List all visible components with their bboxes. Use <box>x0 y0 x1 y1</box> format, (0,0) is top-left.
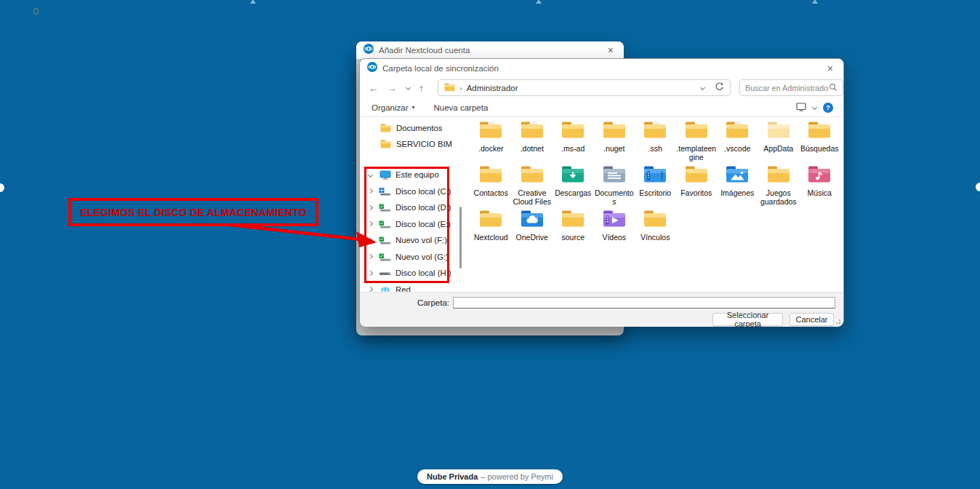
file-item[interactable]: Favoritos <box>676 164 718 209</box>
navigation-bar: ← → ↑ › Administrador <box>360 77 843 98</box>
sidebar-quick-item[interactable]: SERVICIO BIM <box>360 136 469 152</box>
file-item[interactable]: .ssh <box>635 120 676 164</box>
sidebar-quick-item[interactable]: Documentos <box>360 120 469 136</box>
search-box[interactable] <box>739 79 843 96</box>
sidebar-scrollbar[interactable] <box>459 207 462 269</box>
folder-field-label: Carpeta: <box>360 298 449 307</box>
file-item[interactable]: Descargas <box>553 164 594 209</box>
resize-grip[interactable] <box>839 322 840 324</box>
file-item[interactable]: source <box>553 209 594 253</box>
file-item[interactable]: .nuget <box>594 120 635 164</box>
breadcrumb-location[interactable]: Administrador <box>467 84 518 92</box>
file-item[interactable]: Vínculos <box>635 209 676 253</box>
address-dropdown-chevron-icon[interactable] <box>700 85 705 90</box>
file-item[interactable]: Contactos <box>470 164 512 209</box>
nextcloud-logo-icon <box>364 44 374 57</box>
folder-icon <box>643 164 667 187</box>
file-label: .dotnet <box>521 144 544 153</box>
folder-icon <box>684 120 709 143</box>
desktop-artifact-mark <box>812 0 818 4</box>
folder-icon <box>380 124 391 132</box>
file-item[interactable]: .ms-ad <box>553 120 594 164</box>
sidebar-item-label: Red <box>395 285 411 292</box>
annotation-arrow <box>218 217 387 252</box>
file-label: OneDrive <box>516 233 548 242</box>
recent-locations-chevron-icon[interactable] <box>406 85 411 90</box>
screen-edge-dot-left <box>0 183 4 192</box>
file-label: Favoritos <box>680 188 712 197</box>
back-window-titlebar[interactable]: Añadir Nextcloud cuenta × <box>356 41 624 59</box>
help-icon[interactable]: ? <box>823 103 833 113</box>
file-label: Descargas <box>555 188 591 197</box>
up-icon[interactable]: ↑ <box>419 83 424 93</box>
dialog-toolbar: Organizar ▾ Nueva carpeta ? <box>360 98 843 117</box>
new-folder-label: Nueva carpeta <box>434 103 489 112</box>
sidebar-separator <box>360 152 469 167</box>
file-label: source <box>561 233 585 242</box>
search-input[interactable] <box>745 84 829 92</box>
file-label: .templateengine <box>676 144 716 162</box>
nextcloud-logo-icon <box>367 62 377 75</box>
file-label: .ms-ad <box>561 144 585 153</box>
folder-icon <box>520 164 545 187</box>
refresh-icon[interactable] <box>715 82 724 95</box>
file-item[interactable]: Documentos <box>594 164 635 209</box>
file-item[interactable]: .dotnet <box>512 120 553 164</box>
organize-label: Organizar <box>371 103 409 112</box>
dialog-titlebar[interactable]: Carpeta local de sincronización × <box>360 59 843 77</box>
file-label: Nextcloud <box>474 233 508 242</box>
file-label: Documentos <box>594 188 634 206</box>
folder-icon <box>478 164 503 187</box>
folder-icon <box>478 209 503 231</box>
file-item[interactable]: Escritorio <box>635 164 676 209</box>
file-label: .nuget <box>603 144 624 153</box>
search-icon <box>829 82 838 95</box>
file-item[interactable]: Creative Cloud Files <box>512 164 553 209</box>
organize-button[interactable]: Organizar ▾ <box>371 103 415 112</box>
file-item[interactable]: Vídeos <box>594 209 635 253</box>
file-item[interactable]: Juegos guardados <box>758 164 800 209</box>
back-window-title: Añadir Nextcloud cuenta <box>379 46 470 55</box>
views-icon[interactable] <box>796 101 806 114</box>
file-item[interactable]: Música <box>799 164 840 209</box>
file-label: Música <box>808 188 832 197</box>
folder-icon <box>807 164 832 187</box>
file-item[interactable]: OneDrive <box>512 209 553 253</box>
views-dropdown-chevron-icon[interactable] <box>812 105 817 110</box>
file-label: .vscode <box>724 144 750 153</box>
branding-badge: Nube Privada – powered by Peymi <box>417 469 563 484</box>
close-icon[interactable]: × <box>605 45 616 55</box>
folder-icon <box>643 209 667 231</box>
folder-name-input[interactable] <box>453 297 835 309</box>
file-label: Imágenes <box>720 188 754 197</box>
file-label: Creative Cloud Files <box>512 188 552 206</box>
folder-icon <box>561 120 585 143</box>
tree-chevron-icon[interactable] <box>368 287 373 292</box>
folder-icon <box>602 164 627 187</box>
file-item[interactable]: .templateengine <box>676 120 718 164</box>
select-folder-button[interactable]: Seleccionar carpeta <box>712 313 783 326</box>
folder-icon <box>561 164 585 187</box>
folder-icon <box>643 120 667 143</box>
forward-icon[interactable]: → <box>387 83 397 93</box>
address-bar[interactable]: › Administrador <box>438 79 731 96</box>
file-item[interactable]: Búsquedas <box>799 120 840 164</box>
file-item[interactable]: Nextcloud <box>470 209 512 253</box>
desktop-artifact-oval <box>33 8 39 15</box>
sidebar-item-label: Documentos <box>396 124 442 132</box>
file-item[interactable]: Imágenes <box>717 164 758 209</box>
file-label: Vídeos <box>602 233 626 242</box>
new-folder-button[interactable]: Nueva carpeta <box>434 103 489 112</box>
file-list: .docker .dotnet .ms-ad .nuget .ssh .temp… <box>470 120 843 253</box>
close-icon[interactable]: × <box>824 63 836 73</box>
back-icon[interactable]: ← <box>369 83 379 93</box>
screen-edge-dot-right <box>976 183 980 191</box>
file-item[interactable]: .docker <box>470 120 512 164</box>
folder-icon <box>725 164 750 187</box>
folder-icon <box>602 209 627 231</box>
cancel-button[interactable]: Cancelar <box>790 313 834 326</box>
file-item[interactable]: AppData <box>758 120 800 164</box>
desktop-artifact-mark <box>536 0 542 4</box>
file-item[interactable]: .vscode <box>717 120 758 164</box>
file-label: .docker <box>478 144 503 153</box>
